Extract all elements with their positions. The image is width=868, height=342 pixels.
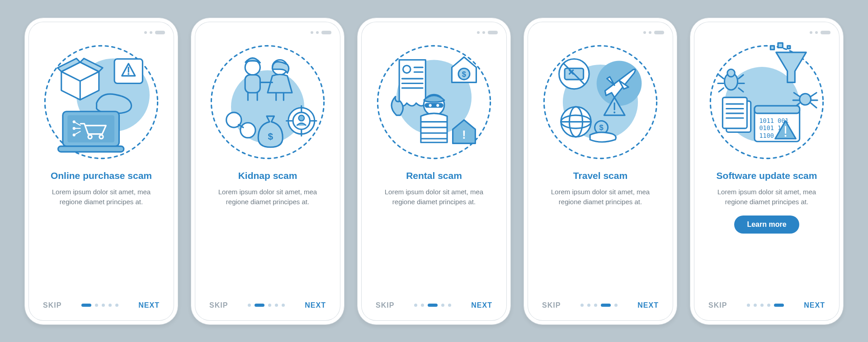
- phone-software-update: 1011 001 0101 110 1100 010 Software upda…: [690, 18, 844, 325]
- battery-icon: [321, 31, 331, 34]
- skip-button[interactable]: SKIP: [539, 301, 563, 310]
- status-indicator: [643, 31, 646, 34]
- next-button[interactable]: NEXT: [302, 301, 329, 310]
- page-dot: [255, 304, 264, 307]
- battery-icon: [155, 31, 165, 34]
- svg-point-48: [429, 104, 432, 107]
- svg-point-82: [800, 94, 811, 105]
- svg-text:$: $: [462, 70, 466, 78]
- page-dot: [767, 304, 770, 307]
- svg-rect-7: [58, 146, 123, 151]
- svg-line-88: [811, 103, 816, 108]
- svg-point-4: [127, 73, 129, 75]
- skip-button[interactable]: SKIP: [207, 301, 231, 310]
- next-button[interactable]: NEXT: [136, 301, 162, 310]
- battery-icon: [821, 31, 830, 34]
- skip-button[interactable]: SKIP: [40, 301, 64, 310]
- travel-icon: $: [539, 41, 661, 163]
- page-dot: [754, 304, 757, 307]
- rental-icon: $: [373, 41, 495, 163]
- skip-button[interactable]: SKIP: [706, 301, 730, 310]
- page-dot: [268, 304, 271, 307]
- screen-description: Lorem ipsum dolor sit amet, mea regione …: [209, 187, 326, 207]
- status-indicator: [649, 31, 651, 34]
- status-bar: [366, 29, 502, 36]
- svg-rect-72: [778, 43, 783, 47]
- svg-text:!: !: [462, 128, 466, 141]
- svg-text:$: $: [268, 131, 273, 141]
- status-indicator: [144, 31, 147, 34]
- page-dot: [614, 304, 618, 307]
- kidnap-icon: $: [207, 41, 329, 163]
- page-dot: [414, 304, 417, 307]
- page-dot: [115, 304, 118, 307]
- svg-line-76: [719, 75, 723, 78]
- onboarding-footer: SKIP NEXT: [698, 297, 835, 316]
- skip-button[interactable]: SKIP: [373, 301, 397, 310]
- svg-point-75: [727, 69, 735, 77]
- next-button[interactable]: NEXT: [635, 301, 661, 310]
- page-dot: [601, 304, 611, 307]
- content-area: Online purchase scam Lorem ipsum dolor s…: [33, 165, 170, 297]
- status-indicator: [316, 31, 319, 34]
- svg-line-78: [719, 88, 723, 91]
- content-area: Travel scam Lorem ipsum dolor sit amet, …: [532, 165, 669, 297]
- svg-point-35: [299, 115, 304, 121]
- screen-title: Kidnap scam: [238, 170, 297, 182]
- page-dot: [760, 304, 764, 307]
- screen-description: Lorem ipsum dolor sit amet, mea regione …: [708, 187, 825, 207]
- screen-title: Online purchase scam: [51, 170, 152, 182]
- svg-rect-71: [770, 46, 774, 49]
- page-dot: [421, 304, 424, 307]
- page-dot: [587, 304, 590, 307]
- svg-line-86: [811, 93, 816, 96]
- battery-icon: [488, 31, 498, 34]
- learn-more-button[interactable]: Learn more: [734, 216, 799, 234]
- phone-online-purchase: Online purchase scam Lorem ipsum dolor s…: [24, 18, 178, 325]
- screen-title: Travel scam: [573, 170, 627, 182]
- page-dot: [448, 304, 451, 307]
- page-dot: [275, 304, 278, 307]
- content-area: Software update scam Lorem ipsum dolor s…: [698, 165, 835, 297]
- status-indicator: [815, 31, 818, 34]
- page-dot: [95, 304, 98, 307]
- page-dot: [441, 304, 444, 307]
- status-bar: [33, 29, 170, 36]
- onboarding-footer: SKIP NEXT: [532, 297, 669, 316]
- status-bar: [698, 29, 835, 36]
- onboarding-footer: SKIP NEXT: [366, 297, 502, 316]
- status-indicator: [477, 31, 480, 34]
- svg-point-101: [784, 135, 786, 136]
- next-button[interactable]: NEXT: [468, 301, 495, 310]
- content-area: Rental scam Lorem ipsum dolor sit amet, …: [366, 165, 502, 297]
- page-dot: [248, 304, 251, 307]
- illustration: [33, 39, 170, 165]
- status-indicator: [150, 31, 152, 34]
- page-indicator: [580, 304, 618, 307]
- page-indicator: [248, 304, 285, 307]
- svg-text:$: $: [599, 123, 603, 132]
- screen-description: Lorem ipsum dolor sit amet, mea regione …: [376, 187, 492, 207]
- phone-kidnap: $ Kidnap scam Lorem ipsum dolor sit amet…: [191, 18, 344, 325]
- illustration: $: [199, 39, 336, 165]
- next-button[interactable]: NEXT: [801, 301, 828, 310]
- page-dot: [108, 304, 112, 307]
- page-dot: [81, 304, 91, 307]
- page-dot: [428, 304, 438, 307]
- page-dot: [774, 304, 784, 307]
- svg-rect-47: [425, 103, 443, 108]
- status-indicator: [482, 31, 485, 34]
- screen-description: Lorem ipsum dolor sit amet, mea regione …: [43, 187, 160, 207]
- phone-travel: $ Travel scam Lorem ipsum dolor sit amet…: [524, 18, 677, 325]
- status-indicator: [311, 31, 313, 34]
- status-indicator: [810, 31, 812, 34]
- page-dot: [594, 304, 597, 307]
- page-indicator: [414, 304, 451, 307]
- page-dot: [282, 304, 285, 307]
- illustration: $: [532, 39, 669, 165]
- svg-rect-96: [755, 106, 800, 113]
- svg-rect-19: [245, 75, 260, 92]
- page-dot: [102, 304, 105, 307]
- onboarding-footer: SKIP NEXT: [33, 297, 170, 316]
- svg-point-49: [436, 104, 439, 107]
